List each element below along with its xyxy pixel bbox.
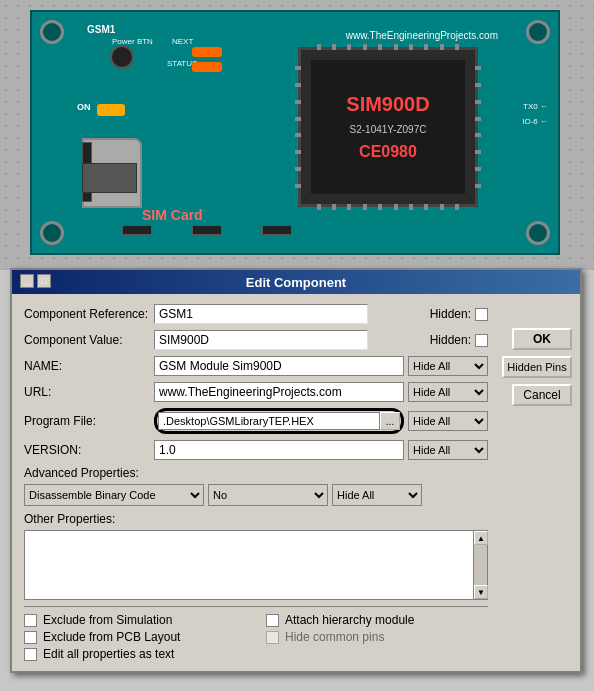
chip-pin xyxy=(475,83,481,87)
next-label: NEXT xyxy=(172,37,193,46)
name-hide-select[interactable]: Hide All xyxy=(408,356,488,376)
hidden-label-2: Hidden: xyxy=(430,333,471,347)
program-hide-select[interactable]: Hide All xyxy=(408,411,488,431)
chip-pin xyxy=(295,150,301,154)
version-input[interactable] xyxy=(154,440,404,460)
attach-hierarchy-row: Attach hierarchy module xyxy=(266,613,488,627)
chip-pin xyxy=(475,133,481,137)
scroll-up-arrow[interactable]: ▲ xyxy=(474,531,488,545)
version-hide-select[interactable]: Hide All xyxy=(408,440,488,460)
chip-pin xyxy=(295,184,301,188)
vertical-scrollbar[interactable]: ▲ ▼ xyxy=(473,531,487,599)
scroll-thumb[interactable] xyxy=(474,545,487,585)
chip-name: SIM900D xyxy=(346,93,429,116)
name-input[interactable] xyxy=(154,356,404,376)
chip-pin xyxy=(295,66,301,70)
program-file-label: Program File: xyxy=(24,414,154,428)
edit-component-dialog: _ □ Edit Component OK Hidden Pins Cancel… xyxy=(10,268,582,673)
edit-all-row: Edit all properties as text xyxy=(24,647,246,661)
power-area: Power BTN NEXT STATUS xyxy=(92,37,212,87)
chip-pin xyxy=(455,44,459,50)
pcb-board: GSM1 www.TheEngineeringProjects.com Powe… xyxy=(30,10,560,255)
url-row: URL: Hide All xyxy=(24,382,488,402)
program-input-wrapper: ... xyxy=(154,408,404,434)
chip-pin xyxy=(475,150,481,154)
left-checkboxes: Exclude from Simulation Exclude from PCB… xyxy=(24,613,246,661)
exclude-simulation-label: Exclude from Simulation xyxy=(43,613,172,627)
chip-pin xyxy=(378,204,382,210)
corner-circle-bl xyxy=(40,221,64,245)
version-label: VERSION: xyxy=(24,443,154,457)
ok-button[interactable]: OK xyxy=(512,328,572,350)
bottom-checkboxes: Exclude from Simulation Exclude from PCB… xyxy=(24,613,488,661)
titlebar-maximize-btn[interactable]: □ xyxy=(37,274,51,288)
component-reference-input[interactable] xyxy=(154,304,368,324)
hidden-checkbox-2[interactable] xyxy=(475,334,488,347)
hide-common-checkbox xyxy=(266,631,279,644)
program-file-input[interactable] xyxy=(158,412,380,430)
chip-pin xyxy=(475,167,481,171)
advanced-select-1[interactable]: Disassemble Binary Code xyxy=(24,484,204,506)
pcb-gsm1-label: GSM1 xyxy=(87,24,115,35)
exclude-simulation-checkbox[interactable] xyxy=(24,614,37,627)
simcard-label: SIM Card xyxy=(142,207,203,223)
resistor-bottom-1 xyxy=(122,225,152,235)
titlebar-minimize-btn[interactable]: _ xyxy=(20,274,34,288)
edit-all-label: Edit all properties as text xyxy=(43,647,174,661)
chip-pin xyxy=(332,204,336,210)
ic-package xyxy=(82,163,137,193)
chip-pin xyxy=(295,167,301,171)
chip-pin xyxy=(440,44,444,50)
other-textarea-wrapper: ▲ ▼ xyxy=(24,530,488,600)
component-value-input[interactable] xyxy=(154,330,368,350)
pcb-section: GSM1 www.TheEngineeringProjects.com Powe… xyxy=(0,0,594,270)
scroll-down-arrow[interactable]: ▼ xyxy=(474,585,488,599)
chip-pin xyxy=(378,44,382,50)
chip-pin xyxy=(295,100,301,104)
advanced-row: Disassemble Binary Code No Hide All xyxy=(24,484,488,506)
url-hide-select[interactable]: Hide All xyxy=(408,382,488,402)
right-checkboxes: Attach hierarchy module Hide common pins xyxy=(266,613,488,661)
chip-pin xyxy=(317,44,321,50)
led-on xyxy=(97,104,125,116)
advanced-select-3[interactable]: Hide All xyxy=(332,484,422,506)
pcb-url-label: www.TheEngineeringProjects.com xyxy=(346,30,498,41)
other-textarea[interactable] xyxy=(25,531,473,599)
url-input[interactable] xyxy=(154,382,404,402)
dialog-title: Edit Component xyxy=(246,275,346,290)
chip-pin xyxy=(347,204,351,210)
chip-pin xyxy=(394,44,398,50)
hidden-checkbox-1[interactable] xyxy=(475,308,488,321)
browse-button[interactable]: ... xyxy=(380,412,400,430)
led-status xyxy=(192,62,222,72)
edit-all-checkbox[interactable] xyxy=(24,648,37,661)
hide-common-label: Hide common pins xyxy=(285,630,384,644)
chip-pin xyxy=(424,44,428,50)
dialog-body: Component Reference: Hidden: Component V… xyxy=(12,294,580,671)
chip-pin xyxy=(295,117,301,121)
resistor-bottom-2 xyxy=(192,225,222,235)
exclude-pcb-checkbox[interactable] xyxy=(24,631,37,644)
pin-label-1: TX0 ← xyxy=(523,102,548,111)
chip-pin xyxy=(409,204,413,210)
component-value-row: Component Value: Hidden: xyxy=(24,330,488,350)
name-field-label: NAME: xyxy=(24,359,154,373)
dialog-titlebar: _ □ Edit Component xyxy=(12,270,580,294)
chip-pin xyxy=(455,204,459,210)
pin-label-2: IO-6 ← xyxy=(522,117,548,126)
advanced-section: Advanced Properties: Disassemble Binary … xyxy=(24,466,488,506)
cancel-button[interactable]: Cancel xyxy=(512,384,572,406)
other-properties-section: Other Properties: ▲ ▼ xyxy=(24,512,488,600)
chip-pin xyxy=(475,100,481,104)
corner-circle-tr xyxy=(526,20,550,44)
on-label: ON xyxy=(77,102,91,112)
exclude-simulation-row: Exclude from Simulation xyxy=(24,613,246,627)
advanced-select-2[interactable]: No xyxy=(208,484,328,506)
other-label: Other Properties: xyxy=(24,512,488,526)
hidden-pins-button[interactable]: Hidden Pins xyxy=(502,356,572,378)
chip-sub: S2-1041Y-Z097C xyxy=(350,124,427,135)
chip-pin xyxy=(332,44,336,50)
attach-hierarchy-checkbox[interactable] xyxy=(266,614,279,627)
chip-pin xyxy=(475,117,481,121)
chip-pin xyxy=(424,204,428,210)
